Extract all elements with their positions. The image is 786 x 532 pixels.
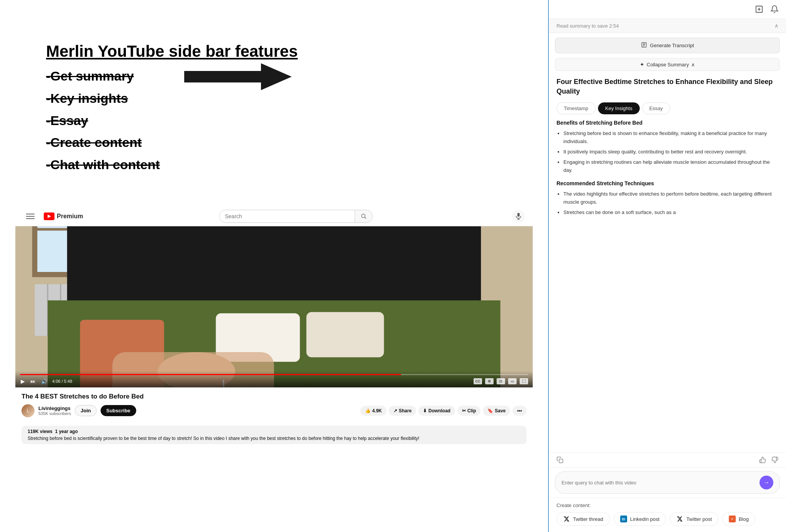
arrow-icon	[184, 61, 292, 92]
play-button[interactable]: ▶	[20, 377, 26, 385]
youtube-logo-icon: ▶	[44, 212, 54, 220]
bullet-1-1: It positively impacts sleep quality, con…	[563, 148, 778, 156]
bell-button[interactable]	[769, 4, 780, 15]
twitter-thread-button[interactable]: Twitter thread	[556, 512, 610, 526]
skip-button[interactable]: ⏭	[30, 377, 36, 385]
channel-subs: 535K subscribers	[38, 411, 71, 416]
video-desc-text: Stretching before bed is scientifically …	[28, 436, 520, 441]
svg-line-2	[365, 217, 366, 219]
linkedin-post-label: Linkedin post	[630, 516, 660, 522]
thumbs-up-button[interactable]	[759, 456, 766, 463]
blog-label: Blog	[739, 516, 749, 522]
collapse-caret-icon: ∧	[691, 62, 695, 68]
collapse-summary-button[interactable]: ✦ Collapse Summary ∧	[555, 58, 780, 71]
share-button[interactable]: ↗ Share	[389, 406, 416, 416]
feature-box: Merlin YouTube side bar features -Get su…	[31, 31, 313, 188]
miniplayer-button[interactable]: ⊡	[497, 378, 505, 384]
theater-button[interactable]: ▭	[508, 378, 517, 384]
thumbs-down-button[interactable]	[771, 456, 778, 463]
svg-point-1	[362, 214, 365, 217]
add-button[interactable]	[754, 4, 765, 15]
youtube-premium-text: Premium	[57, 213, 83, 220]
search-button[interactable]	[355, 210, 372, 222]
progress-fill	[20, 374, 401, 375]
feature-title: Merlin YouTube side bar features	[46, 42, 298, 61]
twitter-thread-label: Twitter thread	[573, 516, 603, 522]
search-input[interactable]	[220, 210, 355, 222]
time-display: 4:06 / 5:48	[52, 379, 72, 384]
channel-name: Livinleggings	[38, 405, 71, 411]
like-button[interactable]: 👍 4.9K	[360, 406, 386, 416]
transcript-icon	[641, 42, 647, 49]
save-banner: Read summary to save 2:54 ∧	[549, 19, 786, 33]
x-icon-1	[563, 516, 570, 522]
video-description: 119K views 1 year ago Stretching before …	[21, 426, 527, 444]
channel-row: L Livinleggings 535K subscribers Join Su…	[21, 404, 527, 417]
twitter-post-button[interactable]: Twitter post	[670, 512, 718, 526]
more-button[interactable]: •••	[512, 406, 527, 416]
youtube-search[interactable]	[219, 210, 373, 223]
blog-button[interactable]: ≡ Blog	[722, 512, 755, 526]
collapse-summary-label: Collapse Summary	[647, 62, 689, 68]
progress-bar[interactable]	[20, 374, 528, 375]
cc-button[interactable]: CC	[474, 378, 482, 384]
left-panel: Merlin YouTube side bar features -Get su…	[0, 0, 548, 532]
mic-button[interactable]	[512, 210, 525, 223]
chat-input[interactable]	[561, 480, 756, 486]
bullet-2-1: Stretches can be done on a soft surface,…	[563, 209, 778, 217]
generate-transcript-label: Generate Transcript	[650, 43, 694, 48]
feature-item-3: -Essay	[46, 110, 298, 132]
bullet-1-0: Stretching before bed is shown to enhanc…	[563, 130, 778, 146]
generate-transcript-button[interactable]: Generate Transcript	[555, 38, 780, 53]
controls-row: ▶ ⏭ 🔊 4:06 / 5:48 CC ⚙ ⊡ ▭ ⛶	[20, 377, 528, 385]
hamburger-menu[interactable]	[23, 211, 38, 222]
copy-like-row	[549, 452, 786, 467]
bullet-2-0: The video highlights four effective stre…	[563, 190, 778, 206]
chat-input-container[interactable]: →	[555, 471, 780, 494]
video-info: The 4 BEST Stretches to do Before Bed L …	[15, 387, 533, 423]
blog-icon: ≡	[729, 516, 736, 522]
tabs-row: Timestamp Key Insights Essay	[549, 102, 786, 120]
content-area: Benefits of Stretching Before Bed Stretc…	[549, 120, 786, 452]
volume-button[interactable]: 🔊	[40, 377, 48, 385]
fullscreen-button[interactable]: ⛶	[520, 378, 528, 384]
like-icon: 👍	[365, 408, 371, 413]
save-icon: 🔖	[487, 408, 493, 413]
video-controls[interactable]: ▶ ⏭ 🔊 4:06 / 5:48 CC ⚙ ⊡ ▭ ⛶	[15, 371, 533, 387]
copy-button[interactable]	[556, 456, 563, 463]
save-button[interactable]: 🔖 Save	[483, 406, 510, 416]
svg-marker-0	[184, 63, 292, 90]
chat-send-button[interactable]: →	[760, 476, 773, 489]
settings-button[interactable]: ⚙	[485, 378, 494, 384]
linkedin-post-button[interactable]: in Linkedin post	[614, 512, 666, 526]
save-caret-icon: ∧	[774, 23, 778, 29]
like-count: 4.9K	[372, 408, 382, 413]
arrow-container	[184, 61, 292, 92]
create-content-label: Create content:	[556, 502, 778, 508]
ctrl-icons: CC ⚙ ⊡ ▭ ⛶	[474, 378, 528, 384]
sparkle-icon: ✦	[640, 61, 644, 68]
channel-info: Livinleggings 535K subscribers	[38, 405, 71, 416]
feature-item-5: -Chat with content	[46, 154, 298, 176]
twitter-post-label: Twitter post	[686, 516, 712, 522]
tab-essay[interactable]: Essay	[642, 102, 670, 114]
youtube-logo: ▶ Premium	[44, 212, 83, 220]
share-icon: ↗	[393, 408, 397, 413]
subscribe-button[interactable]: Subscribe	[101, 405, 136, 416]
video-player[interactable]: ↙ ↙ ↓ ▶ ⏭ 🔊 4:06 / 5:48 CC ⚙	[15, 226, 533, 387]
bullet-list-1: Stretching before bed is shown to enhanc…	[556, 130, 778, 174]
save-text: Read summary to save 2:54	[556, 23, 619, 29]
tab-timestamp[interactable]: Timestamp	[556, 102, 596, 114]
tab-key-insights[interactable]: Key Insights	[598, 102, 640, 114]
clip-button[interactable]: ✂ Clip	[457, 406, 481, 416]
bullet-list-2: The video highlights four effective stre…	[556, 190, 778, 216]
article-title: Four Effective Bedtime Stretches to Enha…	[549, 76, 786, 102]
download-button[interactable]: ⬇ Download	[418, 406, 455, 416]
action-row: 👍 4.9K ↗ Share ⬇ Download ✂ Clip 🔖 S	[360, 406, 527, 416]
sidebar-top-bar	[549, 0, 786, 19]
svg-rect-35	[559, 459, 563, 463]
video-stats: 119K views 1 year ago	[28, 429, 520, 434]
like-dislike-group	[759, 456, 778, 463]
svg-rect-21	[306, 312, 384, 357]
join-button[interactable]: Join	[75, 405, 97, 416]
